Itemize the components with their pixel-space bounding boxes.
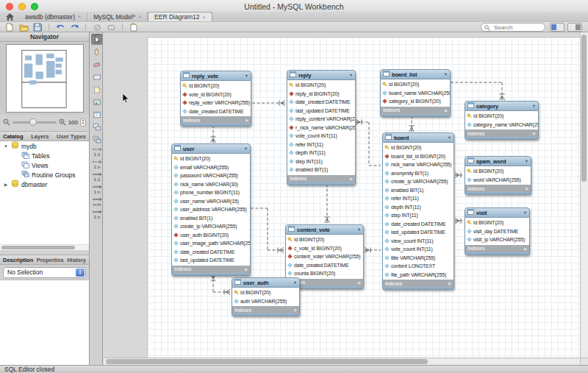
column-row[interactable]: date_created DATETIME: [383, 220, 453, 229]
column-row[interactable]: anonymity BIT(1): [383, 169, 453, 178]
tool-rel-nm-solid-icon[interactable]: n:m: [91, 196, 102, 207]
tab-description[interactable]: Description: [3, 257, 33, 263]
table-user[interactable]: user▼id BIGINT(20)email VARCHAR(255)pass…: [171, 143, 251, 276]
table-category[interactable]: category▼id BIGINT(20)category_name VARC…: [465, 101, 539, 140]
column-row[interactable]: id BIGINT(20): [465, 219, 529, 227]
collapse-icon[interactable]: ▼: [525, 159, 528, 163]
zoom-slider-knob[interactable]: [29, 118, 37, 126]
indexes-footer[interactable]: Indexes▶: [465, 185, 531, 192]
collapse-icon[interactable]: ▼: [448, 135, 451, 140]
toggle-rect-icon[interactable]: [106, 23, 116, 32]
column-row[interactable]: nick_name VARCHAR(255): [383, 160, 453, 169]
column-row[interactable]: user_address VARCHAR(255): [172, 205, 250, 214]
column-row[interactable]: step INT(11): [287, 157, 355, 166]
canvas-horizontal-scrollbar[interactable]: [104, 358, 580, 365]
expand-icon[interactable]: ▶: [350, 177, 353, 181]
column-row[interactable]: id BIGINT(20): [465, 112, 538, 121]
column-row[interactable]: auth VARCHAR(255): [232, 297, 299, 306]
indexes-footer[interactable]: Indexes▶: [380, 107, 451, 114]
table-header[interactable]: category▼: [465, 101, 539, 111]
new-document-icon[interactable]: [4, 23, 15, 32]
selection-dropdown[interactable]: No Selection ▲▼: [3, 267, 86, 278]
tool-note-icon[interactable]: [91, 84, 102, 95]
tree-expanded-arrow[interactable]: ▼: [3, 144, 9, 149]
vscroll-thumb[interactable]: [581, 35, 587, 182]
hscroll-thumb[interactable]: [106, 359, 428, 364]
collapse-icon[interactable]: ▼: [357, 227, 361, 232]
tool-layer-icon[interactable]: [91, 71, 102, 82]
column-row[interactable]: reply_voter VARCHAR(255): [181, 99, 251, 107]
expand-icon[interactable]: ▶: [358, 280, 361, 285]
column-row[interactable]: vote_id BIGINT(20): [181, 90, 251, 99]
table-header[interactable]: board▼: [382, 132, 454, 143]
table-header[interactable]: content_vote▼: [285, 224, 364, 235]
column-row[interactable]: board_name VARCHAR(255): [381, 89, 450, 98]
column-row[interactable]: user_image_path VARCHAR(255): [172, 239, 250, 248]
column-row[interactable]: date_created DATETIME: [181, 107, 251, 116]
tab-user-types[interactable]: User Types: [57, 133, 86, 140]
table-spam_word[interactable]: spam_word▼id BIGINT(20)word VARCHAR(255)…: [465, 156, 531, 195]
search-input[interactable]: [481, 23, 545, 32]
tab-layers[interactable]: Layers: [31, 133, 49, 140]
tool-rel-1n-self-icon[interactable]: 1:n: [91, 209, 102, 220]
tab-catalog[interactable]: Catalog: [3, 133, 24, 140]
table-header[interactable]: board_list▼: [380, 69, 451, 79]
column-row[interactable]: enabled BIT(1): [172, 214, 250, 223]
tool-image-icon[interactable]: [91, 96, 102, 107]
column-row[interactable]: visit_day DATETIME: [465, 227, 529, 236]
expand-icon[interactable]: ▶: [448, 281, 451, 285]
collapse-icon[interactable]: ▼: [523, 210, 527, 215]
tool-rel-11-solid-icon[interactable]: 1:1: [91, 171, 102, 182]
column-row[interactable]: user_auth BIGINT(20): [172, 231, 250, 240]
column-row[interactable]: id BIGINT(20): [172, 154, 250, 163]
column-row[interactable]: reply_content VARCHAR(255): [287, 115, 355, 124]
window-titlebar[interactable]: Untitled - MySQL Workbench: [0, 0, 588, 12]
indexes-footer[interactable]: Indexes▶: [287, 175, 356, 182]
collapse-icon[interactable]: ▼: [349, 73, 353, 77]
table-header[interactable]: spam_word▼: [465, 156, 531, 166]
column-row[interactable]: phone_number BIGINT(11): [172, 188, 250, 197]
table-visit[interactable]: visit▼id BIGINT(20)visit_day DATETIMEvis…: [465, 207, 530, 255]
column-row[interactable]: password VARCHAR(255): [172, 171, 250, 180]
column-row[interactable]: email VARCHAR(255): [172, 163, 250, 172]
right-panel-toggle-button[interactable]: [567, 23, 582, 32]
indexes-footer[interactable]: Indexes▶: [382, 280, 454, 287]
tool-hand-icon[interactable]: [91, 46, 102, 57]
expand-icon[interactable]: ▶: [526, 186, 528, 191]
zoom-in-icon[interactable]: [59, 116, 66, 129]
tool-view-icon[interactable]: [91, 121, 102, 132]
column-row[interactable]: date_created DATETIME: [286, 261, 363, 270]
column-row[interactable]: id BIGINT(20): [381, 80, 450, 89]
column-row[interactable]: step INT(11): [383, 211, 453, 220]
table-user_auth[interactable]: user_auth▼id BIGINT(20)auth VARCHAR(255)…: [232, 277, 300, 316]
tab-awsdb-dbmaster-[interactable]: awsdb (dbmaster)×: [19, 12, 87, 21]
indexes-footer[interactable]: Indexes▶: [180, 116, 251, 124]
column-row[interactable]: id BIGINT(20): [465, 167, 531, 176]
column-row[interactable]: id BIGINT(20): [232, 288, 299, 297]
column-row[interactable]: id BIGINT(20): [383, 143, 453, 152]
tool-eraser-icon[interactable]: [91, 59, 102, 70]
table-board[interactable]: board▼id BIGINT(20)board_list_id BIGINT(…: [382, 132, 454, 290]
column-row[interactable]: board_list_id BIGINT(20): [383, 152, 453, 161]
column-row[interactable]: vote_count INT(11): [287, 132, 355, 141]
undo-icon[interactable]: [55, 23, 65, 32]
tool-rel-1n-solid-icon[interactable]: 1:n: [91, 184, 102, 195]
expand-icon[interactable]: ▶: [245, 118, 248, 122]
column-row[interactable]: nick_name VARCHAR(30): [172, 180, 250, 189]
tree-item-views[interactable]: Views: [0, 160, 89, 170]
indexes-footer[interactable]: Indexes▶: [465, 245, 530, 252]
zoom-stepper[interactable]: ▲▼: [80, 118, 86, 127]
collapse-icon[interactable]: ▼: [244, 146, 248, 151]
tree-item-dbmaster[interactable]: ▶dbmaster: [0, 180, 89, 189]
navigator-minimap[interactable]: [6, 44, 84, 113]
tab-properties[interactable]: Properties: [37, 257, 64, 263]
column-row[interactable]: last_updated DATETIME: [172, 256, 250, 265]
tree-collapsed-arrow[interactable]: ▶: [3, 182, 9, 187]
collapse-icon[interactable]: ▼: [293, 280, 297, 285]
tab-mysql-model-[interactable]: MySQL Model*×: [87, 12, 148, 21]
tree-item-routine-groups[interactable]: Routine Groups: [0, 170, 89, 180]
column-row[interactable]: date_created DATETIME: [287, 98, 355, 107]
toggle-disabled-icon[interactable]: [92, 23, 102, 32]
column-row[interactable]: refer INT(11): [287, 141, 355, 149]
column-row[interactable]: file_path VARCHAR(255): [383, 271, 453, 280]
